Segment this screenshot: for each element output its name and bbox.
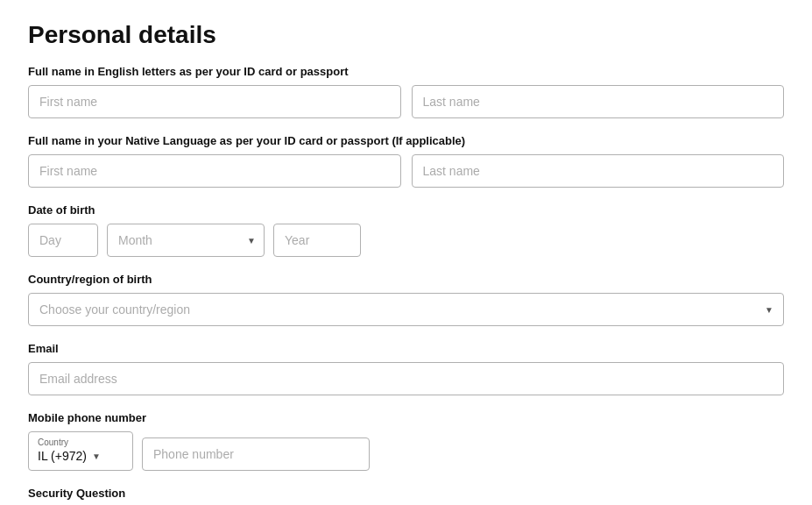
phone-section: Mobile phone number Country IL (+972) ▼ xyxy=(28,411,784,471)
email-label: Email xyxy=(28,342,784,355)
security-label: Security Question xyxy=(28,487,784,500)
country-birth-section: Country/region of birth Choose your coun… xyxy=(28,273,784,326)
phone-label: Mobile phone number xyxy=(28,411,784,424)
dob-month-field: Month January February March April May J… xyxy=(107,224,265,257)
phone-country-inner: IL (+972) ▼ xyxy=(38,449,124,463)
dob-day-input[interactable] xyxy=(28,224,98,257)
native-first-name-field xyxy=(28,154,401,188)
english-name-row xyxy=(28,85,784,118)
native-last-name-field xyxy=(412,154,785,188)
dob-row: Month January February March April May J… xyxy=(28,224,784,257)
native-name-section: Full name in your Native Language as per… xyxy=(28,134,784,188)
dob-year-field xyxy=(273,224,361,257)
phone-number-field xyxy=(142,437,370,471)
native-first-name-input[interactable] xyxy=(28,154,401,188)
country-birth-select[interactable]: Choose your country/region United States… xyxy=(28,293,784,326)
dob-section: Date of birth Month January February Mar… xyxy=(28,203,784,257)
english-name-label: Full name in English letters as per your… xyxy=(28,65,784,78)
page-title: Personal details xyxy=(28,21,784,49)
phone-row: Country IL (+972) ▼ xyxy=(28,431,784,471)
native-name-label: Full name in your Native Language as per… xyxy=(28,134,784,147)
country-birth-label: Country/region of birth xyxy=(28,273,784,286)
english-first-name-field xyxy=(28,85,401,118)
english-name-section: Full name in English letters as per your… xyxy=(28,65,784,118)
phone-country-value: IL (+972) xyxy=(38,449,87,463)
native-last-name-input[interactable] xyxy=(412,154,785,188)
dob-label: Date of birth xyxy=(28,203,784,217)
phone-number-input[interactable] xyxy=(142,437,370,471)
phone-country-selector[interactable]: Country IL (+972) ▼ xyxy=(28,431,133,471)
country-birth-select-wrapper: Choose your country/region United States… xyxy=(28,293,784,326)
phone-country-label: Country xyxy=(38,437,124,447)
dob-year-input[interactable] xyxy=(273,224,361,257)
security-section: Security Question Select a security ques… xyxy=(28,487,784,505)
email-input[interactable] xyxy=(28,362,784,395)
native-name-row xyxy=(28,154,784,188)
dob-day-field xyxy=(28,224,98,257)
english-last-name-input[interactable] xyxy=(412,85,785,118)
phone-country-chevron-icon: ▼ xyxy=(92,452,101,461)
dob-month-select[interactable]: Month January February March April May J… xyxy=(107,224,265,257)
email-section: Email xyxy=(28,342,784,395)
english-first-name-input[interactable] xyxy=(28,85,401,118)
english-last-name-field xyxy=(412,85,785,118)
